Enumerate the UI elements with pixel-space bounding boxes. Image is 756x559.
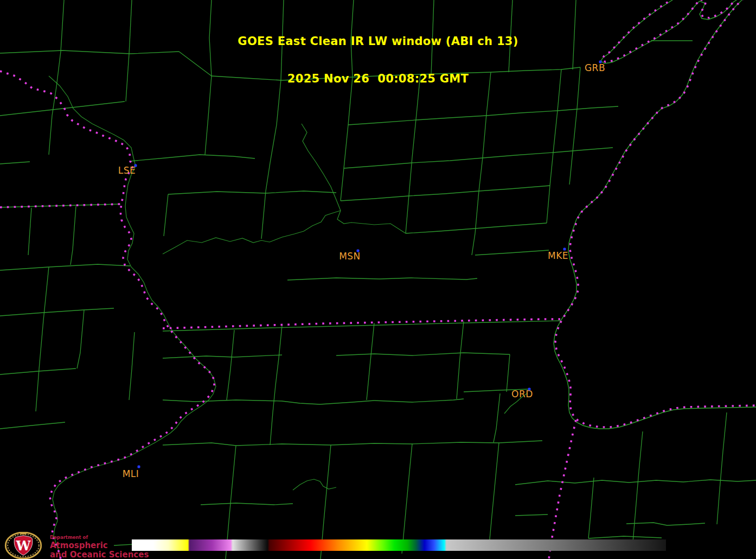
- station-label-MLI: MLI: [123, 468, 139, 479]
- satellite-map-viewport: GOES East Clean IR LW window (ABI ch 13)…: [0, 0, 756, 559]
- station-dot-MKE: [563, 248, 566, 251]
- station-dot-MLI: [138, 466, 140, 468]
- logo-name-line2: and Oceanic Sciences: [50, 551, 149, 559]
- station-label-MKE: MKE: [548, 250, 568, 261]
- uw-crest-icon: W: [3, 532, 43, 559]
- product-timestamp: 2025 Nov 26 00:08:25 GMT: [0, 73, 756, 85]
- crest-letter: W: [16, 538, 31, 554]
- station-dot-ORD: [528, 388, 531, 391]
- station-dot-GRB: [599, 61, 602, 63]
- logo-name-line1: Atmospheric: [50, 542, 149, 550]
- river-lines: [49, 76, 528, 558]
- uw-aos-logo-text: Department of Atmospheric and Oceanic Sc…: [50, 532, 149, 559]
- station-dot-MSN: [357, 250, 360, 252]
- station-label-MSN: MSN: [339, 251, 361, 262]
- logo-department-of: Department of: [50, 535, 149, 540]
- product-title-line1: GOES East Clean IR LW window (ABI ch 13): [0, 35, 756, 48]
- station-label-LSE: LSE: [118, 165, 136, 176]
- station-dot-LSE: [134, 164, 137, 167]
- uw-aos-logo: W Department of Atmospheric and Oceanic …: [3, 532, 149, 559]
- ir-colorbar: [132, 539, 666, 551]
- station-label-GRB: GRB: [585, 62, 605, 73]
- product-title: GOES East Clean IR LW window (ABI ch 13)…: [0, 10, 756, 110]
